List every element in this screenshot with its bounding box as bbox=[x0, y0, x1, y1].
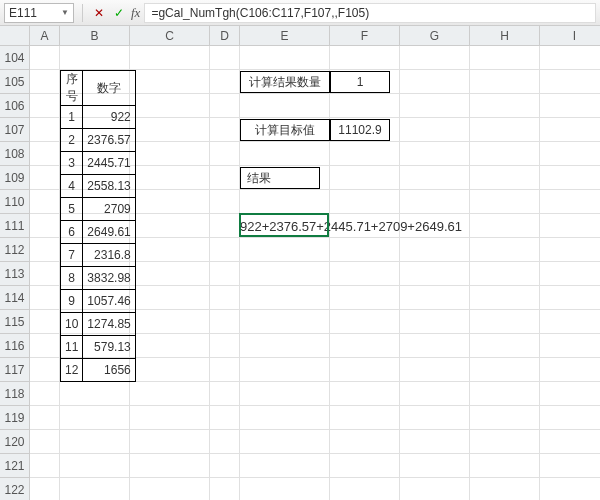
row-header-120[interactable]: 120 bbox=[0, 430, 30, 454]
cell[interactable] bbox=[130, 406, 210, 430]
cell[interactable] bbox=[540, 118, 600, 142]
row-header-109[interactable]: 109 bbox=[0, 166, 30, 190]
col-header-F[interactable]: F bbox=[330, 26, 400, 46]
table-cell-num[interactable]: 2445.71 bbox=[83, 152, 135, 175]
cell[interactable] bbox=[470, 478, 540, 500]
cell[interactable] bbox=[540, 142, 600, 166]
cell[interactable] bbox=[130, 238, 210, 262]
cell[interactable] bbox=[330, 406, 400, 430]
cell[interactable] bbox=[330, 286, 400, 310]
cell[interactable] bbox=[400, 310, 470, 334]
cell[interactable] bbox=[210, 382, 240, 406]
cell[interactable] bbox=[130, 190, 210, 214]
formula-input[interactable]: =gCal_NumTgh(C106:C117,F107,,F105) bbox=[144, 3, 596, 23]
cell[interactable] bbox=[400, 190, 470, 214]
col-header-B[interactable]: B bbox=[60, 26, 130, 46]
cell[interactable] bbox=[210, 286, 240, 310]
spreadsheet-grid[interactable]: ABCDEFGHI 104105106107108109110111112113… bbox=[0, 26, 600, 500]
cell[interactable] bbox=[240, 142, 330, 166]
cell[interactable] bbox=[540, 94, 600, 118]
cell[interactable] bbox=[400, 406, 470, 430]
cell[interactable] bbox=[400, 334, 470, 358]
row-header-122[interactable]: 122 bbox=[0, 478, 30, 500]
cell[interactable] bbox=[330, 358, 400, 382]
cell[interactable] bbox=[30, 430, 60, 454]
col-header-G[interactable]: G bbox=[400, 26, 470, 46]
cell[interactable] bbox=[330, 166, 400, 190]
cell[interactable] bbox=[30, 286, 60, 310]
table-cell-seq[interactable]: 11 bbox=[61, 336, 83, 359]
cell[interactable] bbox=[240, 190, 330, 214]
col-header-C[interactable]: C bbox=[130, 26, 210, 46]
table-cell-seq[interactable]: 7 bbox=[61, 244, 83, 267]
cell[interactable] bbox=[240, 334, 330, 358]
cell[interactable] bbox=[130, 430, 210, 454]
cell[interactable] bbox=[30, 454, 60, 478]
table-cell-seq[interactable]: 9 bbox=[61, 290, 83, 313]
cell[interactable] bbox=[130, 334, 210, 358]
cell[interactable] bbox=[540, 406, 600, 430]
cell[interactable] bbox=[330, 310, 400, 334]
row-header-118[interactable]: 118 bbox=[0, 382, 30, 406]
cell[interactable] bbox=[210, 190, 240, 214]
table-cell-num[interactable]: 2709 bbox=[83, 198, 135, 221]
chevron-down-icon[interactable]: ▼ bbox=[61, 8, 69, 17]
cell[interactable] bbox=[30, 70, 60, 94]
row-header-119[interactable]: 119 bbox=[0, 406, 30, 430]
cell[interactable] bbox=[30, 310, 60, 334]
cell[interactable] bbox=[470, 310, 540, 334]
cell[interactable] bbox=[30, 214, 60, 238]
cell[interactable] bbox=[130, 166, 210, 190]
cell[interactable] bbox=[60, 46, 130, 70]
cell[interactable] bbox=[400, 46, 470, 70]
cell[interactable] bbox=[210, 310, 240, 334]
cell[interactable] bbox=[60, 382, 130, 406]
name-box[interactable]: E111 ▼ bbox=[4, 3, 74, 23]
cell[interactable] bbox=[330, 142, 400, 166]
cell[interactable] bbox=[400, 238, 470, 262]
cell[interactable] bbox=[240, 382, 330, 406]
cell[interactable] bbox=[470, 454, 540, 478]
cell[interactable] bbox=[470, 262, 540, 286]
table-cell-seq[interactable]: 1 bbox=[61, 106, 83, 129]
cell[interactable] bbox=[240, 310, 330, 334]
cell[interactable] bbox=[30, 190, 60, 214]
cell[interactable] bbox=[130, 478, 210, 500]
cell[interactable] bbox=[470, 334, 540, 358]
cell[interactable] bbox=[540, 286, 600, 310]
cell[interactable] bbox=[30, 142, 60, 166]
cell[interactable] bbox=[400, 94, 470, 118]
col-header-I[interactable]: I bbox=[540, 26, 600, 46]
accept-icon[interactable]: ✓ bbox=[111, 5, 127, 21]
cell[interactable] bbox=[400, 166, 470, 190]
table-cell-num[interactable]: 2649.61 bbox=[83, 221, 135, 244]
cell[interactable] bbox=[30, 478, 60, 500]
cell[interactable] bbox=[210, 142, 240, 166]
row-header-111[interactable]: 111 bbox=[0, 214, 30, 238]
row-header-121[interactable]: 121 bbox=[0, 454, 30, 478]
table-cell-seq[interactable]: 10 bbox=[61, 313, 83, 336]
cell[interactable] bbox=[540, 46, 600, 70]
cell[interactable] bbox=[400, 358, 470, 382]
cell[interactable] bbox=[400, 382, 470, 406]
cell[interactable] bbox=[240, 94, 330, 118]
cell[interactable] bbox=[30, 46, 60, 70]
cell[interactable] bbox=[130, 46, 210, 70]
table-cell-num[interactable]: 2316.8 bbox=[83, 244, 135, 267]
cell[interactable] bbox=[470, 190, 540, 214]
cell[interactable] bbox=[130, 382, 210, 406]
cell[interactable] bbox=[60, 454, 130, 478]
row-header-114[interactable]: 114 bbox=[0, 286, 30, 310]
cell[interactable] bbox=[130, 70, 210, 94]
cell[interactable] bbox=[240, 358, 330, 382]
cell[interactable] bbox=[240, 286, 330, 310]
row-header-113[interactable]: 113 bbox=[0, 262, 30, 286]
cell[interactable] bbox=[400, 430, 470, 454]
cell[interactable] bbox=[470, 286, 540, 310]
cell[interactable] bbox=[60, 406, 130, 430]
cell[interactable] bbox=[210, 406, 240, 430]
row-header-116[interactable]: 116 bbox=[0, 334, 30, 358]
cell[interactable] bbox=[540, 382, 600, 406]
cell[interactable] bbox=[30, 166, 60, 190]
cell[interactable] bbox=[540, 454, 600, 478]
